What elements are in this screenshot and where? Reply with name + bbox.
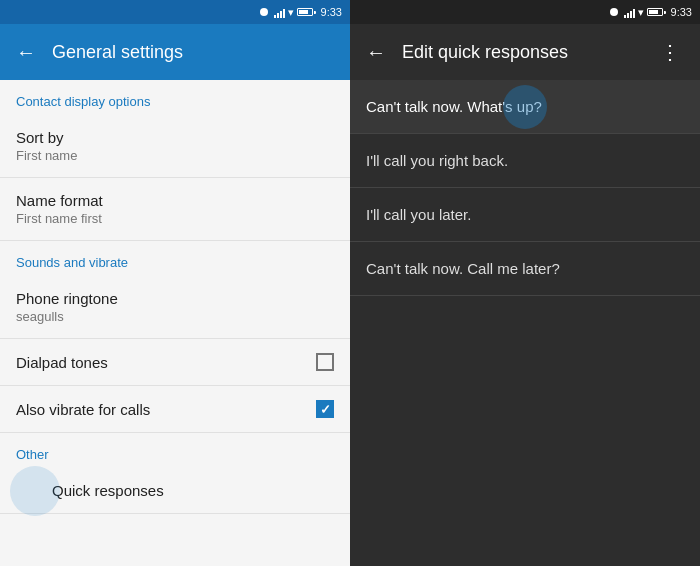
status-time-left: 9:33 <box>321 6 342 18</box>
notification-icon <box>260 8 268 16</box>
right-header: ← Edit quick responses ⋮ <box>350 24 700 80</box>
response-text: Can't talk now. Call me later? <box>366 260 560 277</box>
sort-by-label: Sort by <box>16 129 334 146</box>
name-format-label: Name format <box>16 192 334 209</box>
status-icons-right: ▾ <box>624 6 663 19</box>
list-item[interactable]: Can't talk now. What's up? <box>350 80 700 134</box>
dialpad-tones-item[interactable]: Dialpad tones <box>0 339 350 386</box>
status-bar-left: ▾ 9:33 <box>0 0 350 24</box>
phone-ringtone-item[interactable]: Phone ringtone seagulls <box>0 276 350 339</box>
more-options-button[interactable]: ⋮ <box>656 36 684 68</box>
dialpad-tones-label: Dialpad tones <box>16 354 108 371</box>
vibrate-calls-item[interactable]: Also vibrate for calls <box>0 386 350 433</box>
quick-responses-item[interactable]: Quick responses <box>0 468 350 514</box>
sort-by-value: First name <box>16 148 334 163</box>
left-header: ← General settings <box>0 24 350 80</box>
battery-icon <box>297 8 313 16</box>
list-item[interactable]: I'll call you right back. <box>350 134 700 188</box>
signal-icon <box>274 6 285 18</box>
response-text: Can't talk now. What's up? <box>366 98 542 115</box>
vibrate-calls-checkbox[interactable] <box>316 400 334 418</box>
wifi-icon-right: ▾ <box>638 6 644 19</box>
right-panel-title: Edit quick responses <box>402 42 568 63</box>
signal-icon-right <box>624 6 635 18</box>
quick-responses-label: Quick responses <box>52 482 164 499</box>
right-header-left: ← Edit quick responses <box>366 41 568 64</box>
section-other: Other <box>0 433 350 468</box>
phone-ringtone-label: Phone ringtone <box>16 290 334 307</box>
status-bar-right: ▾ 9:33 <box>350 0 700 24</box>
dialpad-tones-checkbox[interactable] <box>316 353 334 371</box>
list-item[interactable]: I'll call you later. <box>350 188 700 242</box>
name-format-value: First name first <box>16 211 334 226</box>
back-button-right[interactable]: ← <box>366 41 386 64</box>
left-panel: ▾ 9:33 ← General settings Contact displa… <box>0 0 350 566</box>
status-icons-left: ▾ <box>274 6 313 19</box>
left-panel-title: General settings <box>52 42 183 63</box>
notification-icon-right <box>610 8 618 16</box>
response-text: I'll call you later. <box>366 206 471 223</box>
responses-list: Can't talk now. What's up? I'll call you… <box>350 80 700 566</box>
left-content: Contact display options Sort by First na… <box>0 80 350 566</box>
sort-by-item[interactable]: Sort by First name <box>0 115 350 178</box>
phone-ringtone-value: seagulls <box>16 309 334 324</box>
status-time-right: 9:33 <box>671 6 692 18</box>
wifi-icon: ▾ <box>288 6 294 19</box>
name-format-item[interactable]: Name format First name first <box>0 178 350 241</box>
battery-icon-right <box>647 8 663 16</box>
vibrate-calls-label: Also vibrate for calls <box>16 401 150 418</box>
response-text: I'll call you right back. <box>366 152 508 169</box>
section-sounds-vibrate: Sounds and vibrate <box>0 241 350 276</box>
section-contact-display: Contact display options <box>0 80 350 115</box>
list-item[interactable]: Can't talk now. Call me later? <box>350 242 700 296</box>
right-panel: ▾ 9:33 ← Edit quick responses ⋮ Can't ta… <box>350 0 700 566</box>
back-button-left[interactable]: ← <box>16 41 36 64</box>
